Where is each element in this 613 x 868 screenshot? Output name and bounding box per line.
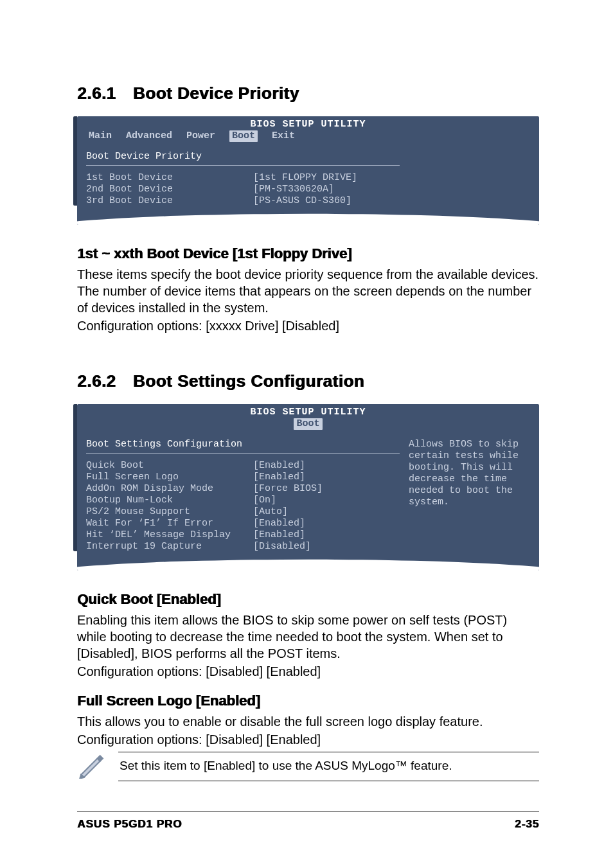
bios-row-value: [Force BIOS]: [253, 483, 323, 495]
bios-row-value: [Auto]: [253, 506, 288, 518]
bios-tab-power[interactable]: Power: [186, 130, 215, 142]
bios-row-label: 1st Boot Device: [86, 172, 253, 184]
page-footer: ASUS P5GD1 PRO 2-35: [77, 818, 539, 831]
bios-row[interactable]: 2nd Boot Device [PM-ST330620A]: [86, 184, 400, 195]
bios-tab-advanced[interactable]: Advanced: [126, 130, 172, 142]
bios-row-label: 3rd Boot Device: [86, 195, 253, 207]
bios-row-label: AddOn ROM Display Mode: [86, 483, 253, 495]
bios-row[interactable]: Bootup Num-Lock [On]: [86, 495, 400, 506]
bios-panel-boot-settings: BIOS SETUP UTILITY Boot Boot Settings Co…: [77, 404, 539, 571]
heading-2-6-1: 2.6.1 Boot Device Priority: [77, 84, 539, 103]
bios-panel-title: Boot Device Priority: [86, 151, 400, 163]
bios-row[interactable]: Full Screen Logo [Enabled]: [86, 472, 400, 483]
paragraph: These items specify the boot device prio…: [77, 266, 539, 316]
bios-row-value: [Enabled]: [253, 460, 305, 472]
bios-row-label: Interrupt 19 Capture: [86, 541, 253, 553]
paragraph: Enabling this item allows the BIOS to sk…: [77, 612, 539, 662]
heading-2-6-2: 2.6.2 Boot Settings Configuration: [77, 371, 539, 391]
bios-row-value: [On]: [253, 495, 276, 506]
bios-row-value: [Enabled]: [253, 518, 305, 529]
bios-row-value: [Enabled]: [253, 472, 305, 483]
paragraph: Configuration options: [Disabled] [Enabl…: [77, 663, 539, 680]
heading-1st-boot-device: 1st ~ xxth Boot Device [1st Floppy Drive…: [77, 245, 539, 262]
paragraph: This allows you to enable or disable the…: [77, 713, 539, 730]
bios-row-label: Wait For ‘F1’ If Error: [86, 518, 253, 529]
heading-full-screen-logo: Full Screen Logo [Enabled]: [77, 693, 539, 709]
bios-help-pane: Allows BIOS to skip certain tests while …: [409, 439, 530, 553]
bios-row-value: [Enabled]: [253, 529, 305, 541]
bios-row[interactable]: Quick Boot [Enabled]: [86, 460, 400, 472]
bios-tabs: Boot: [77, 418, 539, 431]
paragraph: Configuration options: [Disabled] [Enabl…: [77, 731, 539, 748]
bios-separator: [86, 165, 400, 166]
note-box: Set this item to [Enabled] to use the AS…: [77, 752, 539, 781]
bios-tabs: Main Advanced Power Boot Exit: [77, 130, 539, 143]
bios-tab-boot[interactable]: Boot: [294, 418, 322, 430]
bios-row-value: [PM-ST330620A]: [253, 184, 334, 195]
bios-row-value: [PS-ASUS CD-S360]: [253, 195, 351, 207]
bios-title: BIOS SETUP UTILITY: [77, 116, 539, 130]
footer-rule: [77, 811, 539, 811]
bios-row[interactable]: Hit ‘DEL’ Message Display [Enabled]: [86, 529, 400, 541]
bios-separator: [86, 453, 400, 454]
bios-title: BIOS SETUP UTILITY: [77, 404, 539, 418]
bios-row[interactable]: Interrupt 19 Capture [Disabled]: [86, 541, 400, 553]
pencil-icon: [77, 752, 104, 781]
bios-row-label: 2nd Boot Device: [86, 184, 253, 195]
bios-row-label: Hit ‘DEL’ Message Display: [86, 529, 253, 541]
bios-row-label: Bootup Num-Lock: [86, 495, 253, 506]
bios-tab-exit[interactable]: Exit: [272, 130, 295, 142]
bios-row-value: [1st FLOPPY DRIVE]: [253, 172, 357, 184]
bios-row[interactable]: Wait For ‘F1’ If Error [Enabled]: [86, 518, 400, 529]
footer-right: 2-35: [515, 818, 539, 831]
paragraph: Configuration options: [xxxxx Drive] [Di…: [77, 317, 539, 334]
bios-row[interactable]: PS/2 Mouse Support [Auto]: [86, 506, 400, 518]
bios-row-value: [Disabled]: [253, 541, 311, 553]
note-text: Set this item to [Enabled] to use the AS…: [118, 752, 539, 781]
bios-row[interactable]: AddOn ROM Display Mode [Force BIOS]: [86, 483, 400, 495]
bios-panel-boot-priority: BIOS SETUP UTILITY Main Advanced Power B…: [77, 116, 539, 225]
bios-row[interactable]: 3rd Boot Device [PS-ASUS CD-S360]: [86, 195, 400, 207]
heading-quick-boot: Quick Boot [Enabled]: [77, 591, 539, 608]
bios-tab-boot[interactable]: Boot: [229, 130, 258, 142]
bios-row-label: PS/2 Mouse Support: [86, 506, 253, 518]
bios-row-label: Full Screen Logo: [86, 472, 253, 483]
footer-left: ASUS P5GD1 PRO: [77, 818, 182, 831]
bios-row[interactable]: 1st Boot Device [1st FLOPPY DRIVE]: [86, 172, 400, 184]
bios-help-pane: [409, 151, 530, 207]
bios-row-label: Quick Boot: [86, 460, 253, 472]
bios-tab-main[interactable]: Main: [89, 130, 112, 142]
bios-panel-title: Boot Settings Configuration: [86, 439, 400, 450]
